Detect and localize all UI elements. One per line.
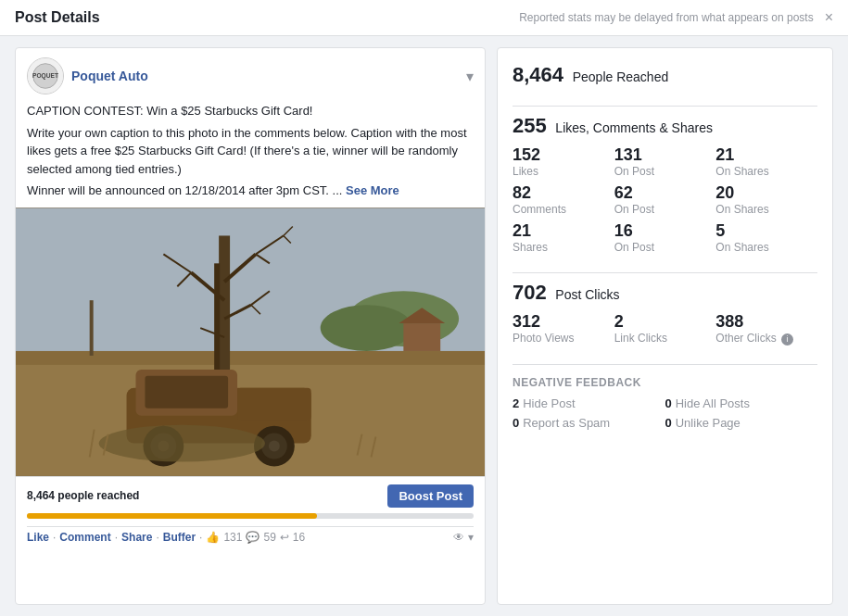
like-action[interactable]: Like [27, 531, 49, 544]
shares-onshares-cell: 5 On Shares [715, 221, 817, 254]
comments-onpost-cell: 62 On Post [614, 183, 716, 216]
thumb-icon: 👍 [206, 531, 220, 544]
post-actions-right: 👁 ▾ [453, 531, 474, 544]
likes-cell: 152 Likes [513, 145, 614, 178]
unlike-page-item: 0 Unlike Page [665, 416, 818, 430]
link-clicks-label: Link Clicks [614, 332, 716, 345]
comments-onshares-cell: 20 On Shares [715, 183, 817, 216]
report-as-spam-number: 0 [513, 416, 519, 430]
shares-onshares-label: On Shares [715, 241, 817, 254]
comments-label: Comments [513, 203, 614, 216]
comments-number: 82 [513, 183, 614, 203]
post-clicks-label: Post Clicks [555, 287, 619, 302]
post-panel: POQUET Poquet Auto ▾ CAPTION CONTEST: Wi… [15, 47, 486, 605]
shares-onpost-number: 16 [614, 221, 716, 241]
hide-all-posts-item: 0 Hide All Posts [665, 396, 818, 410]
likes-onshares-number: 21 [715, 145, 817, 165]
people-reached-row: 8,464 people reached Boost Post [27, 484, 474, 508]
people-reached-section: 8,464 People Reached [513, 63, 817, 87]
notice-text: Reported stats may be delayed from what … [519, 11, 814, 24]
share-icon: ↩ [280, 531, 289, 544]
report-as-spam-item: 0 Report as Spam [513, 416, 665, 430]
like-count: 131 [223, 531, 242, 544]
progress-bar-container [27, 513, 474, 519]
people-reached-text: 8,464 people reached [27, 489, 139, 502]
comments-cell: 82 Comments [513, 183, 614, 216]
likes-grid: 152 Likes 131 On Post 21 On Shares [513, 145, 817, 178]
engagement-number: 255 [513, 114, 547, 137]
main-content: POQUET Poquet Auto ▾ CAPTION CONTEST: Wi… [0, 36, 848, 616]
other-clicks-label: Other Clicks i [715, 332, 817, 346]
post-dropdown-icon[interactable]: ▾ [466, 68, 474, 85]
hide-post-number: 2 [513, 396, 519, 410]
boost-post-button[interactable]: Boost Post [387, 484, 474, 508]
shares-onpost-cell: 16 On Post [614, 221, 716, 254]
other-clicks-info-icon[interactable]: i [781, 333, 793, 346]
post-header: POQUET Poquet Auto ▾ [16, 48, 485, 102]
buffer-action[interactable]: Buffer [163, 531, 196, 544]
engagement-section: 255 Likes, Comments & Shares 152 Likes 1… [513, 114, 817, 254]
shares-label: Shares [513, 241, 614, 254]
other-clicks-number: 388 [715, 312, 817, 332]
likes-number: 152 [513, 145, 614, 165]
post-caption-line2: Write your own caption to this photo in … [27, 124, 474, 179]
comment-action[interactable]: Comment [59, 531, 110, 544]
hide-all-posts-label: Hide All Posts [676, 396, 750, 410]
share-action[interactable]: Share [121, 531, 152, 544]
other-clicks-cell: 388 Other Clicks i [715, 312, 817, 346]
comments-onpost-label: On Post [614, 203, 716, 216]
svg-rect-40 [16, 207, 485, 475]
engagement-label: Likes, Comments & Shares [555, 120, 713, 135]
unlike-page-number: 0 [665, 416, 672, 430]
likes-onshares-label: On Shares [715, 165, 817, 178]
comment-count: 59 [263, 531, 275, 544]
negative-feedback-header: Negative Feedback [513, 376, 817, 389]
svg-text:POQUET: POQUET [32, 72, 58, 80]
eye-icon: 👁 [453, 531, 464, 544]
hide-all-posts-number: 0 [665, 396, 672, 410]
photo-views-cell: 312 Photo Views [513, 312, 614, 346]
shares-cell: 21 Shares [513, 221, 614, 254]
comments-onpost-number: 62 [614, 183, 716, 203]
comments-onshares-label: On Shares [715, 203, 817, 216]
post-body: CAPTION CONTEST: Win a $25 Starbucks Gif… [16, 102, 485, 207]
post-author-info: POQUET Poquet Auto [27, 57, 148, 94]
post-footer: 8,464 people reached Boost Post Like · C… [16, 476, 485, 551]
avatar: POQUET [27, 57, 64, 94]
photo-views-label: Photo Views [513, 332, 614, 345]
chevron-down-icon[interactable]: ▾ [468, 531, 474, 544]
negative-feedback-section: Negative Feedback 2 Hide Post 0 Hide All… [513, 372, 817, 430]
divider-2 [513, 272, 817, 273]
shares-grid: 21 Shares 16 On Post 5 On Shares [513, 221, 817, 254]
divider-3 [513, 364, 817, 365]
likes-onpost-cell: 131 On Post [614, 145, 716, 178]
report-as-spam-label: Report as Spam [523, 416, 610, 430]
people-reached-number: 8,464 [513, 63, 563, 86]
post-author-name[interactable]: Poquet Auto [71, 69, 148, 83]
hide-post-item: 2 Hide Post [513, 396, 665, 410]
likes-onshares-cell: 21 On Shares [715, 145, 817, 178]
page-title: Post Details [15, 9, 100, 26]
share-count: 16 [293, 531, 305, 544]
stats-panel: 8,464 People Reached 255 Likes, Comments… [497, 47, 833, 605]
likes-onpost-label: On Post [614, 165, 716, 178]
shares-onshares-number: 5 [715, 221, 817, 241]
shares-number: 21 [513, 221, 614, 241]
negative-feedback-grid: 2 Hide Post 0 Hide All Posts 0 Report as… [513, 396, 817, 430]
post-image [16, 207, 485, 476]
people-reached-label: People Reached [573, 69, 669, 84]
post-clicks-section: 702 Post Clicks 312 Photo Views 2 Link C… [513, 281, 817, 346]
action-counts: 👍 131 💬 59 ↩ 16 [206, 531, 305, 544]
link-clicks-cell: 2 Link Clicks [614, 312, 716, 346]
likes-label: Likes [513, 165, 614, 178]
hide-post-label: Hide Post [523, 396, 575, 410]
post-caption-line3: Winner will be announced on 12/18/2014 a… [27, 182, 474, 200]
close-icon[interactable]: × [825, 9, 833, 26]
comments-onshares-number: 20 [715, 183, 817, 203]
photo-views-number: 312 [513, 312, 614, 332]
post-clicks-number: 702 [513, 281, 547, 304]
clicks-grid: 312 Photo Views 2 Link Clicks 388 Other … [513, 312, 817, 346]
see-more-link[interactable]: See More [346, 183, 399, 197]
progress-bar-fill [27, 513, 317, 519]
comment-icon: 💬 [246, 531, 259, 544]
